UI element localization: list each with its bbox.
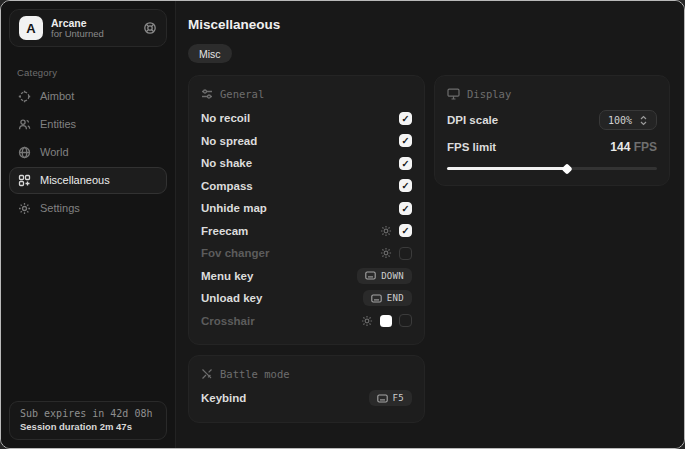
sidebar-item-label: Settings [40, 202, 80, 214]
panel-general: General No recoil No spread [188, 75, 425, 345]
panel-battle-header: Battle mode [201, 368, 412, 380]
tab-misc[interactable]: Misc [188, 44, 232, 63]
app-meta: Arcane for Unturned [51, 17, 135, 40]
fov-changer-config-gear-icon[interactable] [380, 247, 392, 259]
setting-label: Unhide map [201, 202, 267, 214]
app-window: A Arcane for Unturned Category Aimbot [0, 0, 685, 449]
setting-row-compass: Compass [201, 175, 412, 198]
sidebar-item-label: Aimbot [40, 90, 74, 102]
no-shake-checkbox[interactable] [399, 157, 412, 170]
app-name: Arcane [51, 17, 135, 29]
crosshair-color-swatch[interactable] [380, 315, 392, 327]
compass-checkbox[interactable] [399, 179, 412, 192]
setting-row-no-recoil: No recoil [201, 107, 412, 130]
setting-row-unload-key: Unload key END [201, 287, 412, 310]
keybind-value: DOWN [381, 271, 404, 281]
app-header-card: A Arcane for Unturned [9, 9, 167, 47]
setting-row-no-spread: No spread [201, 130, 412, 153]
sliders-icon [201, 88, 213, 100]
row-controls [380, 224, 412, 237]
sidebar-item-settings[interactable]: Settings [9, 195, 167, 222]
crosshair-config-gear-icon[interactable] [361, 315, 373, 327]
sidebar-item-world[interactable]: World [9, 139, 167, 166]
lifebuoy-icon[interactable] [143, 21, 157, 35]
row-controls [399, 157, 412, 170]
panel-display: Display DPI scale 100% FPS limit [434, 75, 670, 186]
no-recoil-checkbox[interactable] [399, 112, 412, 125]
panel-title: Battle mode [220, 368, 290, 380]
monitor-icon [447, 88, 460, 100]
fps-unit: FPS [634, 140, 657, 154]
setting-label: FPS limit [447, 141, 496, 153]
row-controls: END [363, 290, 412, 306]
fps-limit-slider[interactable] [447, 163, 657, 173]
setting-label: Freecam [201, 225, 248, 237]
menu-key-keybind-button[interactable]: DOWN [357, 268, 412, 284]
sidebar-item-label: World [40, 146, 69, 158]
setting-label: DPI scale [447, 114, 498, 126]
dpi-scale-value: 100% [608, 115, 632, 126]
panel-display-header: Display [447, 88, 657, 100]
row-controls [399, 202, 412, 215]
row-controls: DOWN [357, 268, 412, 284]
fps-number: 144 [610, 140, 630, 154]
row-controls [399, 134, 412, 147]
right-column: Display DPI scale 100% FPS limit [434, 75, 670, 186]
no-spread-checkbox[interactable] [399, 134, 412, 147]
sidebar-spacer [1, 222, 175, 393]
sidebar-nav: Aimbot Entities World [1, 82, 175, 222]
setting-row-fps-limit: FPS limit 144 FPS [447, 135, 657, 159]
row-controls [399, 112, 412, 125]
globe-icon [18, 146, 31, 159]
users-icon [18, 118, 31, 131]
grid-icon [18, 174, 31, 187]
crosshair-checkbox[interactable] [399, 314, 412, 327]
setting-label: Compass [201, 180, 253, 192]
app-avatar: A [19, 16, 43, 40]
freecam-config-gear-icon[interactable] [380, 225, 392, 237]
battle-keybind-button[interactable]: F5 [369, 390, 412, 406]
sidebar-item-entities[interactable]: Entities [9, 111, 167, 138]
panel-battle-mode: Battle mode Keybind F5 [188, 355, 425, 423]
dpi-scale-select[interactable]: 100% [599, 110, 657, 130]
freecam-checkbox[interactable] [399, 224, 412, 237]
fov-changer-checkbox[interactable] [399, 247, 412, 260]
panel-title: Display [467, 88, 511, 100]
keybind-value: END [387, 293, 404, 303]
setting-row-unhide-map: Unhide map [201, 197, 412, 220]
row-controls [361, 314, 412, 327]
setting-row-dpi-scale: DPI scale 100% [447, 107, 657, 133]
setting-label: No shake [201, 157, 252, 169]
status-card: Sub expires in 42d 08h Session duration … [9, 401, 167, 440]
row-controls: F5 [369, 390, 412, 406]
unhide-map-checkbox[interactable] [399, 202, 412, 215]
setting-row-freecam: Freecam [201, 220, 412, 243]
setting-label: Menu key [201, 270, 253, 282]
app-subtitle: for Unturned [51, 29, 135, 40]
setting-row-crosshair: Crosshair [201, 310, 412, 333]
chevrons-up-down-icon [639, 115, 648, 126]
setting-label: Unload key [201, 292, 262, 304]
setting-label: Crosshair [201, 315, 255, 327]
category-label: Category [17, 67, 175, 78]
row-controls [380, 247, 412, 260]
setting-row-menu-key: Menu key DOWN [201, 265, 412, 288]
keybind-value: F5 [393, 393, 404, 403]
main-content: Miscellaneous Misc General [176, 1, 684, 448]
gear-icon [18, 202, 31, 215]
keyboard-icon [377, 394, 388, 403]
setting-row-no-shake: No shake [201, 152, 412, 175]
unload-key-keybind-button[interactable]: END [363, 290, 412, 306]
slider-fill [447, 167, 567, 170]
crosshair-icon [18, 90, 31, 103]
left-column: General No recoil No spread [188, 75, 425, 423]
session-duration-text: Session duration 2m 47s [20, 421, 156, 432]
panel-title: General [220, 88, 264, 100]
sidebar-item-label: Entities [40, 118, 76, 130]
sidebar-item-aimbot[interactable]: Aimbot [9, 83, 167, 110]
row-controls [399, 179, 412, 192]
sidebar-item-miscellaneous[interactable]: Miscellaneous [9, 167, 167, 194]
sidebar: A Arcane for Unturned Category Aimbot [1, 1, 176, 448]
slider-thumb[interactable] [561, 163, 572, 174]
subscription-expiry-text: Sub expires in 42d 08h [20, 408, 156, 419]
